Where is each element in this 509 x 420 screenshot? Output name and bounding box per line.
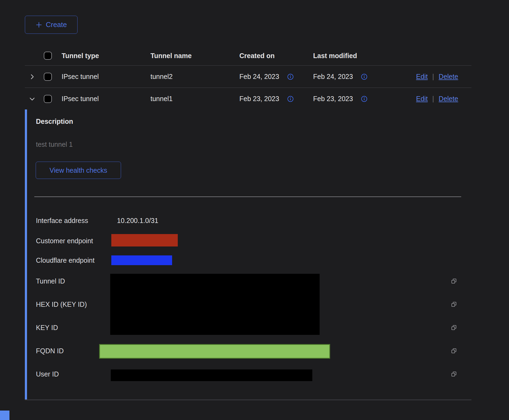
delete-link[interactable]: Delete [439,95,458,103]
section-divider [34,196,461,197]
description-heading: Description [36,118,73,125]
action-separator: | [432,73,434,81]
copy-icon[interactable] [451,301,457,308]
cloudflare-endpoint-redaction [111,255,172,265]
chevron-down-icon[interactable] [29,95,36,102]
column-header-last-modified: Last modified [313,52,416,60]
edit-link[interactable]: Edit [416,95,428,103]
tunnel-type-cell: IPsec tunnel [62,95,150,103]
copy-icon[interactable] [451,278,457,284]
field-label-fqdn-id: FQDN ID [36,346,64,355]
view-health-checks-button[interactable]: View health checks [36,162,121,179]
table-header-row: Tunnel type Tunnel name Created on Last … [25,46,471,65]
copy-icon[interactable] [451,324,457,331]
description-value: test tunnel 1 [36,141,73,148]
fqdn-id-redaction [99,344,330,359]
info-icon[interactable] [287,74,294,80]
user-id-redaction [111,369,312,381]
tunnels-page: Create Tunnel type Tunnel name Created o… [0,0,509,420]
select-all-checkbox[interactable] [44,52,52,60]
create-button-label: Create [46,21,67,29]
tunnel-hex-key-id-redaction [110,274,320,335]
field-label-cloudflare-endpoint: Cloudflare endpoint [36,256,95,265]
field-label-tunnel-id: Tunnel ID [36,277,65,285]
column-header-created-on: Created on [239,52,313,60]
column-header-tunnel-name: Tunnel name [150,52,239,60]
copy-icon[interactable] [451,371,457,377]
customer-endpoint-redaction [111,234,178,246]
created-on-cell: Feb 24, 2023 [239,73,279,81]
chevron-right-icon[interactable] [29,73,36,80]
expanded-row-indicator-bar [25,109,27,399]
row-checkbox[interactable] [44,73,52,81]
tunnel-detail-panel: Description test tunnel 1 View health ch… [25,109,471,400]
last-modified-cell: Feb 24, 2023 [313,73,353,81]
plus-icon [35,21,42,28]
field-label-key-id: KEY ID [36,323,58,332]
info-icon[interactable] [361,96,367,102]
table-row: IPsec tunnel tunnel1 Feb 23, 2023 Feb 23… [25,88,471,110]
action-separator: | [432,95,434,103]
info-icon[interactable] [287,96,294,102]
row-checkbox[interactable] [44,95,52,103]
copy-icon[interactable] [451,348,457,354]
tunnel-type-cell: IPsec tunnel [62,73,150,81]
table-row: IPsec tunnel tunnel2 Feb 24, 2023 Feb 24… [25,65,471,88]
edit-link[interactable]: Edit [416,73,428,81]
field-label-interface-address: Interface address [36,216,88,225]
tunnels-table: Tunnel type Tunnel name Created on Last … [25,46,471,110]
delete-link[interactable]: Delete [439,73,458,81]
tunnel-name-cell: tunnel2 [150,73,239,81]
create-button[interactable]: Create [25,16,78,34]
field-label-hex-id: HEX ID (KEY ID) [36,300,87,309]
last-modified-cell: Feb 23, 2023 [313,95,353,103]
column-header-tunnel-type: Tunnel type [62,52,150,60]
field-label-customer-endpoint: Customer endpoint [36,236,93,245]
tunnel-name-cell: tunnel1 [150,95,239,103]
panel-bottom-border [25,399,471,400]
field-label-user-id: User ID [36,370,59,378]
cut-off-blue-element [0,411,9,420]
created-on-cell: Feb 23, 2023 [239,95,279,103]
info-icon[interactable] [361,74,367,80]
interface-address-value: 10.200.1.0/31 [117,216,158,225]
